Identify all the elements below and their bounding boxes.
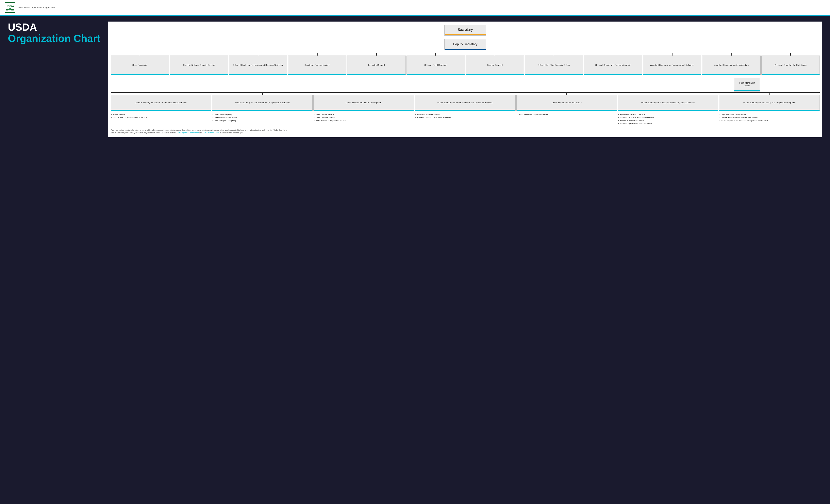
rhs: Rural Housing Service [314,116,414,119]
level1-boxes-row: Chief Economist Director, National Appea… [111,56,820,75]
chief-economist-box: Chief Economist [111,56,169,75]
office-cfo-label: Office of the Chief Financial Officer [536,56,572,74]
level2-vlines [111,93,820,95]
agencies-farm: Farm Service Agency Foreign Agricultural… [212,112,313,126]
agencies-food-safety: Food Safety and Inspection Service [516,112,617,126]
asst-sec-admin-bar [702,74,760,75]
level1-connector-area [111,50,820,56]
director-nad-box: Director, National Appeals Division [170,56,228,75]
usec-research-label: Under Secretary for Research, Education,… [639,95,697,110]
director-comm-box: Director of Communications [288,56,346,75]
usec-marketing-label: Under Secretary for Marketing and Regula… [741,95,797,110]
general-counsel-label: General Counsel [485,56,505,74]
asst-sec-congressional-label: Assistant Secretary for Congressional Re… [648,56,696,74]
title-line1: USDA [8,22,100,33]
cio-section: Chief Information Officer [111,75,820,92]
usec-research-box: Under Secretary for Research, Education,… [618,95,719,111]
office-bpa-label: Office of Budget and Program Analysis [593,56,633,74]
footer-link2[interactable]: USDA Mission Areas [203,132,219,134]
office-sdbu-label: Office of Small and Disadvantaged Busine… [231,56,285,74]
asst-sec-admin-box: Assistant Secretary for Administration [702,56,760,75]
secretary-box: Secretary [444,25,486,36]
level2-connector-area [111,92,820,95]
agencies-row: Forest Service Natural Resources Conserv… [111,112,820,126]
asst-sec-civil-box: Assistant Secretary for Civil Rights [761,56,820,75]
usda-logo: USDA United States Department of Agricul… [5,2,55,13]
asst-sec-civil-bar [762,74,820,75]
chief-economist-bar [111,74,169,75]
director-comm-bar [288,74,346,75]
asst-sec-congressional-bar [643,74,701,75]
cio-connector: Chief Information Officer [734,75,760,92]
director-nad-label: Director, National Appeals Division [181,56,217,74]
deputy-box: Deputy Secretary [444,39,486,50]
secretary-label: Secretary [456,25,475,34]
gipsa: Grain Inspection Packers and Stockyards … [720,119,819,122]
inspector-general-box: Inspector General [347,56,406,75]
usec-rural-label: Under Secretary for Rural Development [344,95,384,110]
secretary-bar [445,34,486,35]
office-cfo-box: Office of the Chief Financial Officer [525,56,583,75]
usec-research-bar [618,110,718,111]
footer-note: This organization chart displays the nam… [111,129,289,134]
rus: Rural Utilities Service [314,113,414,116]
inspector-general-label: Inspector General [366,56,387,74]
usec-farm-label: Under Secretary for Farm and Foreign Agr… [233,95,292,110]
nrcs: Natural Resources Conservation Service [111,116,211,119]
fns: Food and Nutrition Service [415,113,515,116]
usec-natural-label: Under Secretary for Natural Resources an… [133,95,189,110]
nass: National Agricultural Statistics Service [618,122,718,125]
secretary-section: Secretary Deputy Secretary [111,25,820,50]
usec-natural-box: Under Secretary for Natural Resources an… [111,95,211,111]
cnpp: Center for Nutrition Policy and Promotio… [415,116,515,119]
office-sdbu-box: Office of Small and Disadvantaged Busine… [229,56,287,75]
usec-farm-box: Under Secretary for Farm and Foreign Agr… [212,95,313,111]
asst-sec-civil-label: Assistant Secretary for Civil Rights [773,56,808,74]
forest-service: Forest Service [111,113,211,116]
deputy-bar [445,49,486,50]
agencies-research: Agricultural Research Service National I… [618,112,719,126]
usec-food-safety-box: Under Secretary for Food Safety [516,95,617,111]
usec-food-nutrition-box: Under Secretary for Food, Nutrition, and… [415,95,515,111]
v-line-2-wrap [111,50,820,53]
deputy-label: Deputy Secretary [451,39,479,49]
ams: Agricultural Marketing Service [720,113,819,116]
agencies-rural: Rural Utilities Service Rural Housing Se… [313,112,414,126]
main-content: USDA Organization Chart Secretary Deputy… [0,15,830,145]
chief-economist-label: Chief Economist [130,56,149,74]
usec-farm-bar [212,110,313,111]
level1-vlines-row [111,53,820,56]
office-bpa-bar [584,74,642,75]
footer-link1[interactable]: USDA Agencies and Offices [177,132,199,134]
usec-food-safety-label: Under Secretary for Food Safety [550,95,583,110]
cio-bar [734,90,760,91]
logo-icon [6,8,14,10]
aphis: Animal and Plant Health Inspection Servi… [720,116,819,119]
director-nad-bar [170,74,228,75]
office-bpa-box: Office of Budget and Program Analysis [584,56,642,75]
general-counsel-bar [466,74,524,75]
dept-name: United States Department of Agriculture [17,6,55,9]
title-line2: Organization Chart [8,33,100,44]
cio-vline [747,75,747,78]
fsa: Farm Service Agency [213,113,312,116]
agencies-natural: Forest Service Natural Resources Conserv… [111,112,211,126]
office-cfo-bar [525,74,583,75]
usec-food-nutrition-label: Under Secretary for Food, Nutrition, and… [435,95,495,110]
v-line-2 [465,50,466,53]
usec-food-safety-bar [517,110,617,111]
asst-sec-admin-label: Assistant Secretary for Administration [712,56,751,74]
page-header: USDA United States Department of Agricul… [0,0,830,15]
director-comm-label: Director of Communications [302,56,332,74]
usec-marketing-box: Under Secretary for Marketing and Regula… [719,95,820,111]
usec-rural-box: Under Secretary for Rural Development [313,95,414,111]
usec-natural-bar [111,110,211,111]
agencies-food-nutrition: Food and Nutrition Service Center for Nu… [415,112,515,126]
nifa: National Institute of Food and Agricultu… [618,116,718,119]
ars: Agricultural Research Service [618,113,718,116]
fas: Foreign Agricultural Service [213,116,312,119]
agencies-marketing: Agricultural Marketing Service Animal an… [719,112,820,126]
office-tribal-label: Office of Tribal Relations [422,56,449,74]
office-tribal-box: Office of Tribal Relations [407,56,465,75]
level2-boxes-row: Under Secretary for Natural Resources an… [111,95,820,111]
